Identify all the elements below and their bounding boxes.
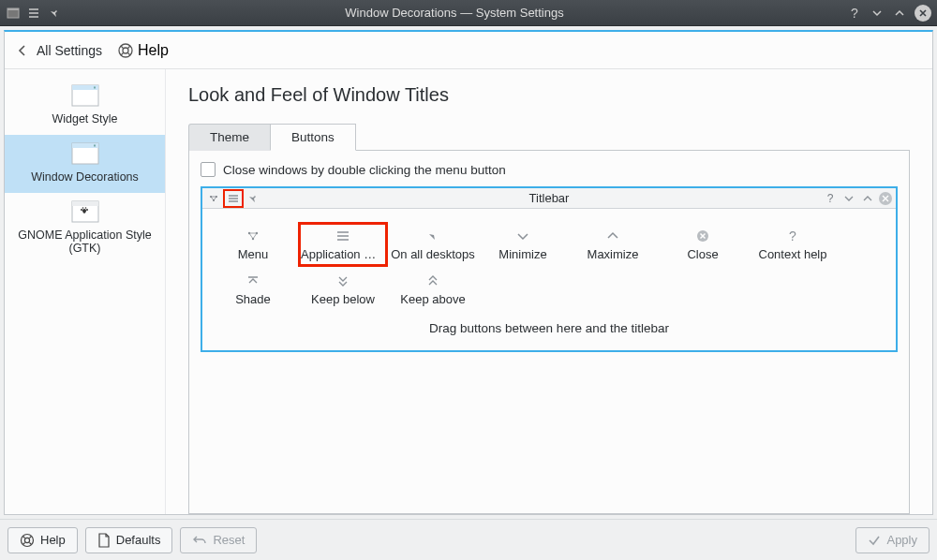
help-button-label: Help [40,533,66,547]
preview-titlebar-right: ? [823,191,892,206]
button-palette: Menu Application m… [202,209,896,350]
hamburger-icon[interactable] [26,6,41,21]
palette-label: Minimize [498,247,546,261]
svg-point-12 [81,209,82,211]
application-menu-icon[interactable] [223,189,244,208]
palette-on-all-desktops[interactable]: On all desktops [388,222,478,267]
chevron-up-icon [606,228,619,243]
palette-keep-below[interactable]: Keep below [298,267,388,312]
content: Look and Feel of Window Titles Theme But… [166,69,932,514]
svg-point-15 [84,207,86,209]
svg-rect-6 [94,87,96,89]
palette-label: On all desktops [391,247,475,261]
tab-buttons[interactable]: Buttons [270,124,356,151]
window-icon [70,140,100,167]
settings-icon [6,6,21,21]
sidebar-item-widget-style[interactable]: Widget Style [5,77,165,135]
palette-close[interactable]: Close [658,222,748,267]
sidebar-item-window-decorations[interactable]: Window Decorations [5,135,165,193]
palette-menu[interactable]: Menu [208,222,298,267]
close-dblclick-label: Close windows by double clicking the men… [223,163,506,177]
titlebar-right: ? [847,5,931,22]
window-title: Window Decorations — System Settings [62,6,847,20]
sidebar-label: Widget Style [52,112,117,125]
check-icon [868,534,881,547]
sidebar-item-gnome-style[interactable]: GNOME Application Style (GTK) [5,193,165,264]
minimize-icon[interactable] [870,6,885,21]
palette-label: Keep above [400,292,465,306]
shade-icon [246,273,260,288]
maximize-icon[interactable] [860,191,875,206]
palette-minimize[interactable]: Minimize [478,222,568,267]
tab-content: Close windows by double clicking the men… [188,151,910,514]
document-icon [97,533,111,548]
footer: Help Defaults Reset Apply [0,519,937,560]
hamburger-icon [335,228,350,243]
minimize-icon[interactable] [841,191,856,206]
close-icon[interactable] [915,5,931,22]
defaults-button[interactable]: Defaults [85,527,173,553]
palette-label: Keep below [311,292,375,306]
all-settings-link[interactable]: All Settings [37,43,102,58]
reset-button-label: Reset [213,533,245,547]
palette-label: Menu [238,247,269,261]
svg-point-14 [82,207,83,209]
toolbar-help[interactable]: Help [117,42,169,59]
svg-rect-11 [72,201,98,206]
pin-icon[interactable] [47,6,62,21]
preview-titlebar[interactable]: Titlebar ? [202,188,896,209]
preview-titlebar-label: Titlebar [202,191,896,205]
help-icon[interactable]: ? [847,6,862,21]
palette-label: Shade [235,292,271,306]
settings-window: Window Decorations — System Settings ? A… [0,0,937,560]
close-icon[interactable] [879,192,892,205]
help-button[interactable]: Help [7,527,78,553]
svg-point-13 [86,209,88,211]
os-titlebar: Window Decorations — System Settings ? [0,0,937,26]
close-circle-icon [696,228,709,243]
palette-keep-above[interactable]: Keep above [388,267,478,312]
drag-hint: Drag buttons between here and the titleb… [208,312,890,341]
sidebar: Widget Style Window Decorations GNOME Ap… [5,69,166,514]
reset-button[interactable]: Reset [180,527,257,553]
double-chevron-up-icon [426,273,439,288]
palette-maximize[interactable]: Maximize [568,222,658,267]
palette-label: Application m… [301,247,385,261]
pin-icon [426,228,439,243]
menu-icon[interactable] [206,191,221,206]
defaults-button-label: Defaults [116,533,161,547]
svg-point-23 [22,534,34,546]
chevron-down-icon [516,228,529,243]
gnome-icon [70,199,100,225]
apply-button[interactable]: Apply [855,527,930,553]
lifebuoy-icon [20,533,35,548]
palette-application-menu[interactable]: Application m… [298,222,388,267]
palette-label: Maximize [587,247,639,261]
palette-label: Close [687,247,718,261]
svg-point-24 [24,538,29,542]
palette-context-help[interactable]: ? Context help [748,222,838,267]
titlebar-preview: Titlebar ? [201,186,898,352]
toolbar-help-label: Help [138,42,169,59]
on-all-desktops-icon[interactable] [245,191,260,206]
window-icon [70,82,100,109]
svg-rect-1 [7,8,19,10]
maximize-icon[interactable] [892,6,907,21]
lifebuoy-icon [117,42,134,59]
sidebar-label: Window Decorations [31,170,139,184]
context-help-icon[interactable]: ? [823,191,838,206]
menu-icon [245,228,260,243]
preview-titlebar-left [206,189,260,208]
apply-button-label: Apply [886,533,917,547]
toolbar: All Settings Help [5,32,932,69]
close-dblclick-row: Close windows by double clicking the men… [201,162,898,177]
palette-shade[interactable]: Shade [208,267,298,312]
undo-icon [192,534,207,547]
palette-label: Context help [759,247,827,261]
close-dblclick-checkbox[interactable] [201,162,216,177]
back-chevron-icon[interactable] [16,44,29,57]
main-area: Widget Style Window Decorations GNOME Ap… [5,69,932,514]
svg-rect-9 [94,145,96,147]
titlebar-left [6,6,62,21]
tab-theme[interactable]: Theme [188,124,271,151]
